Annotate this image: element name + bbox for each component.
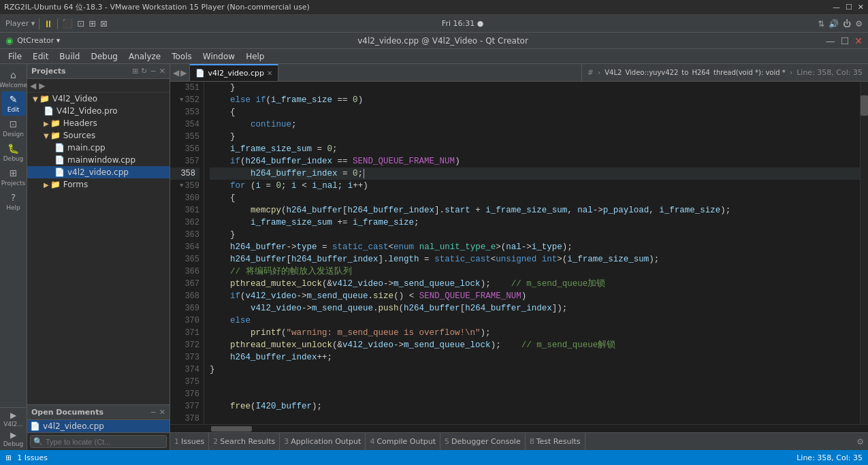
tree-item-v4l2-root[interactable]: ▼ 📁 V4l2_Video (27, 93, 170, 105)
editor-hscrollbar[interactable] (170, 424, 868, 432)
breadcrumb-sep-2: › (790, 68, 792, 77)
toolbar-icon-1[interactable]: ⬛ (62, 18, 73, 29)
app-title: v4l2_video.cpp @ V4l2_Video - Qt Creator (357, 36, 528, 46)
projects-toolbar[interactable]: ⊞ ↻ − ✕ (132, 67, 165, 76)
line-num-367: 367 (170, 278, 199, 290)
sidebar-item-edit[interactable]: ✎ Edit (1, 91, 26, 116)
menu-window[interactable]: Window (197, 50, 240, 63)
nav-arrows[interactable]: ◀ ▶ (27, 79, 170, 93)
projects-close-btn[interactable]: ✕ (159, 67, 165, 76)
code-line-368: if(v4l2_video->m_send_queue.size() < SEN… (210, 290, 860, 302)
vm-minimize-btn[interactable]: — (833, 3, 840, 12)
open-docs-collapse-btn[interactable]: − (150, 408, 157, 417)
code-line-357: if(h264_buffer_index == SEND_QUEUE_FRAME… (210, 155, 860, 167)
tab-close-btn[interactable]: ✕ (267, 69, 272, 77)
sidebar-item-design[interactable]: ⊡ Design (1, 116, 26, 140)
bottom-tab-app-output[interactable]: 3 Application Output (280, 433, 366, 450)
tab-nav-btns[interactable]: ◀ ▶ (170, 64, 190, 81)
editor-tab-v4l2[interactable]: 📄 v4l2_video.cpp ✕ (190, 64, 278, 81)
sidebar-debug-mini[interactable]: ▶ Debug (3, 430, 24, 447)
system-tray: ⇅ 🔊 ⏻ ⚙ (818, 19, 863, 29)
code-line-372: pthread_mutex_unlock(&v4l2_video->m_send… (210, 339, 860, 351)
code-editor[interactable]: 351 ▼352 353 354 355 356 357 358 ▼359 36… (170, 82, 868, 424)
qt-logo-icon: ◉ (5, 35, 13, 46)
line-num-360: 360 (170, 192, 199, 204)
app-close-btn[interactable]: ✕ (854, 35, 863, 46)
tab-nav-prev-btn[interactable]: ◀ (173, 68, 179, 78)
code-line-374: } (210, 364, 860, 376)
tab-nav-next-btn[interactable]: ▶ (180, 68, 187, 78)
bottom-tab-test[interactable]: 8 Test Results (526, 433, 585, 450)
function-breadcrumb: V4L2_Video::yuyv422_to_H264_thread(void … (605, 69, 786, 76)
code-line-370: else (210, 315, 860, 327)
power-icon: ⏻ (843, 19, 851, 29)
bottom-tab-app-num: 3 (284, 437, 289, 446)
code-line-364: h264_buffer->type = static_cast<enum nal… (210, 241, 860, 253)
bottom-tab-issues[interactable]: 1 Issues (170, 433, 209, 450)
volume-icon: 🔊 (829, 19, 839, 29)
menu-bar: File Edit Build Debug Analyze Tools Wind… (0, 49, 868, 64)
toolbar-icon-4[interactable]: ⊠ (100, 18, 108, 29)
code-content[interactable]: } else if(i_frame_size == 0) { continue;… (204, 82, 860, 424)
tree-item-headers[interactable]: ▶ 📁 Headers (27, 117, 170, 129)
open-docs-close-btn[interactable]: ✕ (159, 408, 165, 417)
search-input[interactable] (46, 438, 163, 446)
tree-item-main-cpp[interactable]: 📄 main.cpp (27, 142, 170, 154)
scrollbar-thumb[interactable] (861, 95, 868, 116)
search-bar-area[interactable]: 🔍 (27, 432, 170, 450)
hscrollbar-thumb[interactable] (211, 426, 252, 432)
qt-creator-menu[interactable]: QtCreator ▾ (17, 36, 60, 45)
tree-item-v4l2-cpp[interactable]: 📄 v4l2_video.cpp (27, 166, 170, 178)
menu-tools[interactable]: Tools (166, 50, 197, 63)
projects-collapse-btn[interactable]: − (150, 67, 157, 76)
menu-help[interactable]: Help (240, 50, 270, 63)
menu-debug[interactable]: Debug (85, 50, 123, 63)
nav-back-btn[interactable]: ◀ (30, 81, 36, 91)
qt-creator-branding: ◉ QtCreator ▾ (5, 35, 60, 46)
vm-controls[interactable]: — ☐ ✕ (833, 3, 864, 12)
projects-sync-btn[interactable]: ↻ (141, 67, 147, 76)
app-minimize-btn[interactable]: — (826, 35, 835, 46)
bottom-tab-search-results[interactable]: 2 Search Results (209, 433, 280, 450)
code-line-360: { (210, 192, 860, 204)
menu-edit[interactable]: Edit (27, 50, 54, 63)
bottom-tab-test-label: Test Results (536, 437, 581, 446)
toolbar-icon-3[interactable]: ⊞ (89, 18, 96, 29)
sidebar-item-welcome[interactable]: ⌂ Welcome (1, 67, 26, 91)
tree-item-sources[interactable]: ▼ 📁 Sources (27, 129, 170, 142)
forms-expand-icon: ▶ (44, 181, 49, 189)
bottom-tab-compile-label: Compile Output (376, 437, 436, 446)
settings-icon[interactable]: ⚙ (855, 19, 863, 29)
sidebar-v4l2-mini[interactable]: ▶ V4l2... (3, 411, 23, 428)
app-maximize-btn[interactable]: ☐ (841, 35, 850, 46)
editor-scrollbar[interactable] (860, 82, 868, 424)
sidebar-item-debug[interactable]: 🐛 Debug (1, 140, 26, 165)
status-bar-left-icon[interactable]: ⊞ (5, 453, 12, 462)
player-menu[interactable]: Player ▾ (5, 19, 35, 28)
tree-item-mainwindow-cpp[interactable]: 📄 mainwindow.cpp (27, 154, 170, 166)
vm-maximize-btn[interactable]: ☐ (846, 3, 852, 12)
tree-item-pro[interactable]: 📄 V4l2_Video.pro (27, 105, 170, 117)
bottom-tab-compile[interactable]: 4 Compile Output (366, 433, 440, 450)
tab-filename: v4l2_video.cpp (208, 69, 263, 78)
line-num-378: 378 (170, 413, 199, 424)
line-num-374: 374 (170, 364, 199, 376)
menu-analyze[interactable]: Analyze (123, 50, 166, 63)
open-docs-toolbar[interactable]: − ✕ (150, 408, 165, 417)
sidebar-item-projects[interactable]: ⊞ Projects (1, 165, 26, 189)
menu-file[interactable]: File (3, 50, 27, 63)
nav-forward-btn[interactable]: ▶ (39, 81, 45, 91)
bottom-tab-more-btn[interactable]: ⚙ (852, 433, 868, 450)
open-doc-v4l2[interactable]: 📄 v4l2_video.cpp (27, 420, 170, 432)
projects-filter-btn[interactable]: ⊞ (132, 67, 138, 76)
bottom-tab-debugger[interactable]: 5 Debugger Console (440, 433, 526, 450)
sidebar-item-help[interactable]: ? Help (1, 189, 26, 214)
app-window-controls[interactable]: — ☐ ✕ (826, 35, 863, 46)
line-num-373: 373 (170, 351, 199, 364)
datetime-display: Fri 16:31 ● (442, 19, 483, 28)
vm-close-btn[interactable]: ✕ (858, 3, 864, 12)
pause-btn[interactable]: ⏸ (44, 18, 53, 29)
menu-build[interactable]: Build (54, 50, 85, 63)
toolbar-icon-2[interactable]: ⊡ (77, 18, 84, 29)
tree-item-forms[interactable]: ▶ 📁 Forms (27, 178, 170, 191)
